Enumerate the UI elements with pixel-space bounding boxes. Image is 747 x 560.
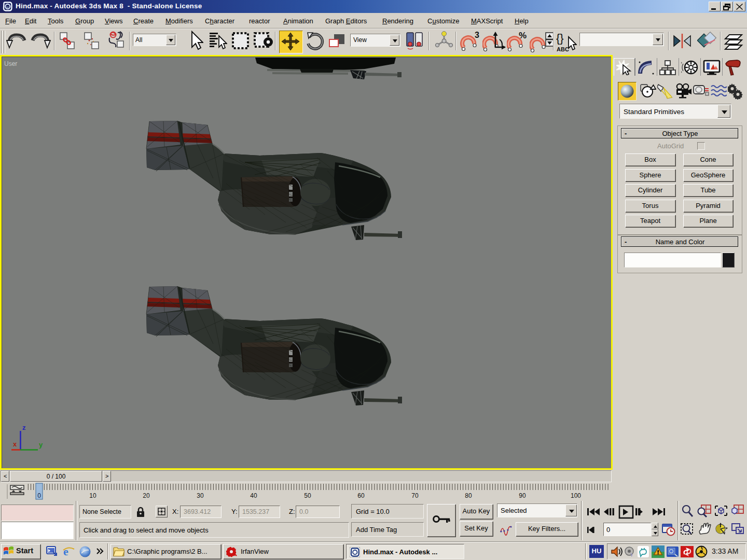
svg-text:3: 3 bbox=[475, 31, 479, 39]
svg-text:y: y bbox=[39, 441, 43, 449]
svg-text:100: 100 bbox=[571, 492, 581, 499]
svg-text:50: 50 bbox=[304, 492, 311, 499]
svg-text:30: 30 bbox=[197, 492, 204, 499]
svg-text:40: 40 bbox=[250, 492, 257, 499]
svg-text:x: x bbox=[13, 440, 17, 448]
svg-text:10: 10 bbox=[89, 492, 96, 499]
svg-text:{}: {} bbox=[556, 32, 564, 45]
svg-text:e: e bbox=[63, 545, 68, 558]
svg-text:80: 80 bbox=[465, 492, 472, 499]
svg-text:z: z bbox=[22, 424, 26, 431]
svg-text:20: 20 bbox=[143, 492, 150, 499]
svg-text:60: 60 bbox=[357, 492, 365, 499]
svg-text:0: 0 bbox=[37, 492, 41, 499]
svg-text:%: % bbox=[519, 31, 527, 40]
svg-text:90: 90 bbox=[519, 492, 526, 499]
svg-text:ABC: ABC bbox=[557, 46, 569, 52]
svg-text:70: 70 bbox=[411, 492, 419, 499]
